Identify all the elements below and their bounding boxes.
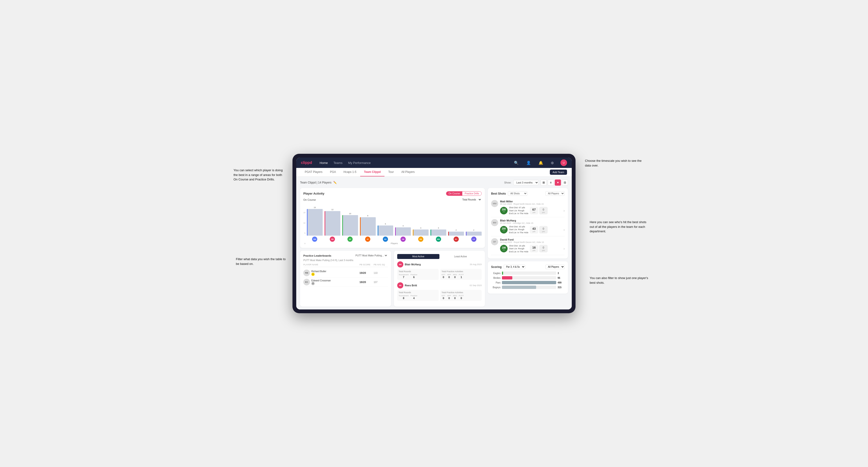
content-area: Team Clippd | 14 Players ✏️ Show: Last 3…	[296, 177, 572, 309]
plus-circle-icon[interactable]: ⊕	[550, 160, 555, 166]
lb-rank-badge: 2	[311, 282, 315, 285]
tab-hcaps[interactable]: Hcaps 1-5	[340, 168, 360, 177]
shots-players-select[interactable]: All Players	[545, 191, 565, 196]
score-row: Eagles 3	[491, 272, 565, 275]
avatar-circle: BM	[312, 237, 317, 242]
bar-item: 12	[324, 209, 340, 236]
filter-view-btn[interactable]: ⊟	[562, 180, 568, 186]
score-row: Birdies 96	[491, 276, 565, 280]
bar-item: 5	[378, 223, 394, 236]
drill-select[interactable]: PUTT Must Make Putting...	[354, 254, 388, 257]
section-label: On Course	[303, 198, 316, 201]
stat-pill-dist: 43 yds	[530, 226, 538, 234]
add-team-button[interactable]: Add Team	[550, 169, 567, 175]
shot-player-name: Matt Miller	[500, 200, 565, 203]
bar-value: 12	[331, 209, 334, 211]
score-label: Bogeys	[491, 286, 500, 289]
bar-highlight	[431, 229, 431, 236]
tab-all-players[interactable]: All Players	[398, 168, 418, 177]
bar-item: 2	[466, 229, 482, 236]
bar-item: 2	[448, 229, 464, 236]
player-avatar-small: DF	[342, 237, 358, 242]
bar-value: 9	[367, 215, 368, 217]
chart-filter-select[interactable]: Total Rounds Average Score	[461, 198, 482, 201]
score-bar-fill	[502, 276, 512, 280]
shots-container: MM Matt Miller 09 Jun 2023 · Royal North…	[491, 198, 565, 255]
active-date: 26 Aug 2023	[470, 263, 482, 266]
tab-pgat-players[interactable]: PGAT Players	[301, 168, 326, 177]
x-axis-label: Players	[307, 242, 482, 245]
bar-item: 3	[413, 227, 429, 236]
users-icon[interactable]: 👤	[525, 160, 532, 166]
bar-item: 10	[342, 213, 358, 236]
lb-avatar: RB	[303, 270, 310, 276]
shot-meta: 24 Aug 2023 · Royal North Devon GC, Hole…	[500, 241, 565, 243]
shots-filter-select[interactable]: All Shots Best Shots	[508, 191, 527, 196]
least-active-tab[interactable]: Least Active	[439, 254, 482, 259]
shot-stats: 43 yds 0 yds	[530, 226, 548, 234]
card-view-btn[interactable]: ♥	[555, 180, 561, 186]
avatar-circle: JC	[365, 237, 370, 242]
shot-dist-text: Shot Dist: 43 ydsStart Lie: RoughEnd Lie…	[509, 225, 528, 234]
player-avatar-small: BM	[307, 237, 323, 242]
score-label: Pars	[491, 281, 500, 284]
on-course-toggle[interactable]: On Course	[446, 191, 462, 195]
shot-info: Matt Miller 09 Jun 2023 · Royal North De…	[500, 200, 565, 215]
bell-icon[interactable]: 🔔	[537, 160, 544, 166]
chevron-right-icon[interactable]: ›	[563, 247, 565, 250]
stat-pill-dist: 16 yds	[530, 245, 538, 252]
stat-pill-zero: 0 yds	[539, 245, 548, 252]
bar	[466, 231, 482, 236]
user-avatar[interactable]: U	[560, 159, 567, 166]
search-icon[interactable]: 🔍	[513, 160, 520, 166]
bar	[307, 209, 323, 236]
active-avatar: RB	[397, 282, 403, 288]
time-period-select[interactable]: Last 3 months Last month Last 6 months L…	[513, 180, 539, 185]
chevron-right-icon[interactable]: ›	[563, 228, 565, 231]
tablet-frame: clippd Home Teams My Performance 🔍 👤 🔔 ⊕…	[292, 154, 576, 313]
chevron-right-icon[interactable]: ›	[563, 209, 565, 213]
tab-pga[interactable]: PGA	[326, 168, 340, 177]
brand-logo: clippd	[301, 161, 312, 165]
bar-value: 3	[420, 227, 421, 229]
scoring-filter-select[interactable]: Par 3, 4 & 5s	[503, 264, 525, 269]
tab-team-clippd[interactable]: Team Clippd	[360, 168, 384, 177]
score-value: 315	[558, 286, 565, 289]
bar	[378, 225, 394, 236]
grid-view-btn[interactable]: ⊞	[540, 180, 547, 186]
practice-drills-toggle[interactable]: Practice Drills	[462, 191, 482, 195]
stat-pill-zero: 0 yds	[539, 226, 548, 234]
shot-dist-text: Shot Dist: 16 ydsStart Lie: RoughEnd Lie…	[509, 244, 528, 253]
active-stats-grid: Total Rounds Tournament 7 Practice 6 Tot…	[397, 269, 482, 280]
left-col: Player Activity On Course Practice Drill…	[300, 188, 485, 307]
active-date: 02 Sep 2023	[470, 284, 482, 286]
score-bar-wrap	[502, 281, 556, 284]
lb-table-header: PLAYER NAME PB SCORE PB AVG SQ	[303, 263, 388, 267]
shot-details-row: 200 SG Shot Dist: 43 ydsStart Lie: Rough…	[500, 225, 565, 234]
avatar-circle: RB	[418, 237, 423, 242]
bar-value: 5	[385, 223, 386, 225]
leaderboard-row: EC Edward Crossman 2 18/20 107	[303, 278, 388, 287]
bar-value: 2	[456, 229, 456, 231]
bar	[395, 227, 411, 236]
player-avatar-small: GB	[395, 237, 411, 242]
edit-icon[interactable]: ✏️	[333, 181, 337, 184]
list-view-btn[interactable]: ≡	[548, 180, 554, 186]
scoring-players-select[interactable]: All Players	[545, 264, 565, 269]
player-avatar-small: RB	[413, 237, 429, 242]
tab-tour[interactable]: Tour	[384, 168, 398, 177]
bar-value: 4	[403, 225, 404, 227]
nav-home[interactable]: Home	[319, 161, 328, 165]
shot-entry: BM Blair McHarg 23 Jul 2023 · Ashridge G…	[491, 217, 565, 236]
most-active-tab[interactable]: Most Active	[397, 254, 439, 259]
bar-highlight	[307, 209, 308, 236]
nav-my-performance[interactable]: My Performance	[348, 161, 371, 165]
lb-player-info: EC Edward Crossman 2	[303, 279, 360, 285]
score-bar-wrap	[502, 272, 556, 275]
nav-teams[interactable]: Teams	[334, 161, 342, 165]
avatar-circle: GB	[401, 237, 406, 242]
bar-highlight	[448, 231, 449, 236]
player-avatar-small: RB	[324, 237, 340, 242]
card-header: Player Activity On Course Practice Drill…	[303, 191, 482, 196]
bar-highlight	[324, 211, 325, 236]
